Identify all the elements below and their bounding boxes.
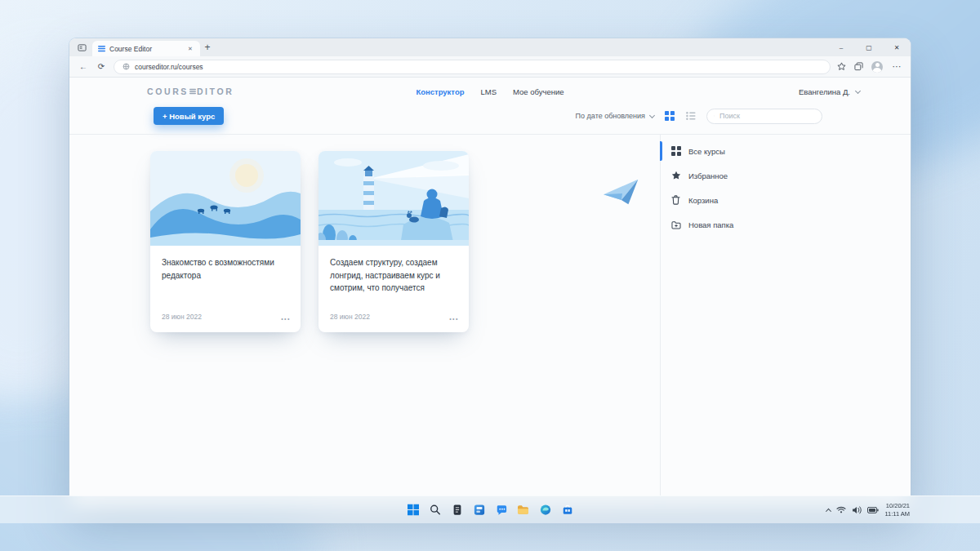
nav-my-learning[interactable]: Мое обучение [513, 87, 564, 96]
tab-close-icon[interactable] [186, 45, 194, 53]
back-icon[interactable] [78, 62, 89, 71]
taskbar-file-explorer[interactable] [516, 503, 530, 517]
close-button[interactable]: ✕ [883, 38, 911, 56]
windows-taskbar: 10/20/21 11:11 AM [0, 495, 980, 523]
address-input[interactable]: courseditor.ru/courses [114, 60, 831, 74]
grid-icon [670, 146, 681, 157]
course-cover-desert-illustration [150, 151, 301, 246]
window-controls: – ▢ ✕ [827, 38, 911, 56]
site-favicon-icon [98, 45, 105, 52]
store-icon [562, 504, 573, 516]
vertical-tabs-button[interactable] [74, 40, 89, 55]
browser-tab[interactable]: Course Editor [92, 41, 200, 56]
sort-dropdown[interactable]: По дате обновления [576, 112, 654, 120]
url-text: courseditor.ru/courses [135, 63, 203, 71]
sidebar-item-new-folder[interactable]: Новая папка [661, 212, 911, 237]
card-menu-icon[interactable] [449, 309, 459, 324]
courseditor-logo[interactable]: COURS DITOR [147, 87, 234, 96]
new-course-button[interactable]: + Новый курс [154, 107, 224, 125]
site-info-globe-icon [122, 63, 130, 70]
course-date: 28 июн 2022 [162, 313, 202, 321]
taskbar-store-app[interactable] [560, 503, 574, 517]
maximize-button[interactable]: ▢ [855, 38, 883, 56]
battery-icon[interactable] [867, 507, 879, 513]
wifi-icon[interactable] [836, 506, 846, 513]
taskbar-search-button[interactable] [428, 503, 442, 517]
search-icon [714, 112, 715, 120]
browser-window: Course Editor – ▢ ✕ courseditor.ru/cours… [69, 38, 911, 504]
page-content: COURS DITOR Конструктор LMS Мое обучение… [69, 78, 911, 504]
favorites-star-icon[interactable] [837, 62, 846, 71]
taskbar-icons [406, 503, 574, 517]
profile-avatar-icon[interactable] [871, 61, 883, 73]
nav-lms[interactable]: LMS [481, 87, 497, 96]
system-tray: 10/20/21 11:11 AM [826, 501, 910, 518]
browser-tab-strip: Course Editor – ▢ ✕ [69, 38, 911, 56]
user-menu[interactable]: Евангелина Д. [799, 87, 860, 96]
address-bar-actions [837, 61, 902, 73]
collections-icon[interactable] [854, 62, 863, 71]
tray-date: 10/20/21 [884, 501, 910, 509]
start-button[interactable] [406, 503, 420, 517]
tab-title: Course Editor [109, 45, 182, 53]
widgets-icon [474, 504, 485, 516]
list-view-icon [686, 111, 696, 121]
browser-address-bar: courseditor.ru/courses [69, 56, 911, 78]
taskbar-document-app[interactable] [450, 503, 464, 517]
grid-view-icon [665, 111, 675, 121]
taskbar-widgets-app[interactable] [472, 503, 486, 517]
folders-sidebar: Все курсы Избранное Корзина [660, 135, 911, 504]
course-title: Знакомство с возможностями редактора [150, 246, 301, 282]
card-menu-icon[interactable] [281, 309, 291, 324]
minimize-button[interactable]: – [827, 38, 855, 56]
tray-time: 11:11 AM [884, 510, 910, 518]
paper-plane-decoration [600, 178, 642, 210]
nav-constructor[interactable]: Конструктор [416, 87, 464, 96]
course-card[interactable]: Создаем структуру, создаем лонгрид, наст… [318, 151, 469, 332]
folder-plus-icon [670, 220, 681, 230]
user-name: Евангелина Д. [799, 87, 850, 96]
main-nav: Конструктор LMS Мое обучение [416, 87, 564, 96]
course-card-grid: Знакомство с возможностями редактора 28 … [150, 151, 469, 332]
vertical-tabs-icon [78, 43, 87, 52]
tray-chevron-up-icon[interactable] [826, 508, 831, 513]
windows-start-icon [408, 504, 419, 516]
trash-icon [670, 195, 681, 206]
chat-icon [496, 504, 507, 516]
course-cover-lighthouse-illustration [318, 151, 469, 246]
taskbar-edge-browser[interactable] [538, 503, 552, 517]
new-tab-button[interactable] [200, 40, 215, 55]
star-icon [670, 171, 681, 181]
browser-menu-icon[interactable] [891, 61, 902, 72]
clock[interactable]: 10/20/21 11:11 AM [884, 501, 910, 518]
chevron-down-icon [855, 88, 861, 94]
sidebar-item-trash[interactable]: Корзина [661, 188, 911, 212]
course-date: 28 июн 2022 [330, 313, 370, 321]
course-card[interactable]: Знакомство с возможностями редактора 28 … [150, 151, 301, 332]
logo-e-icon [189, 88, 196, 95]
search-input[interactable] [719, 112, 815, 120]
folder-icon [517, 504, 529, 516]
refresh-icon[interactable] [96, 62, 107, 71]
chevron-down-icon [649, 112, 655, 118]
volume-icon[interactable] [852, 506, 862, 514]
sidebar-item-all-courses[interactable]: Все курсы [661, 139, 911, 163]
grid-view-button[interactable] [664, 110, 675, 122]
list-controls: По дате обновления [576, 108, 822, 124]
search-box [706, 109, 822, 124]
sidebar-item-favorites[interactable]: Избранное [661, 163, 911, 188]
course-title: Создаем структуру, создаем лонгрид, наст… [318, 246, 469, 295]
taskbar-chat-app[interactable] [494, 503, 508, 517]
search-icon [430, 504, 441, 516]
list-view-button[interactable] [685, 110, 697, 122]
document-app-icon [452, 504, 463, 516]
edge-icon [540, 504, 551, 516]
